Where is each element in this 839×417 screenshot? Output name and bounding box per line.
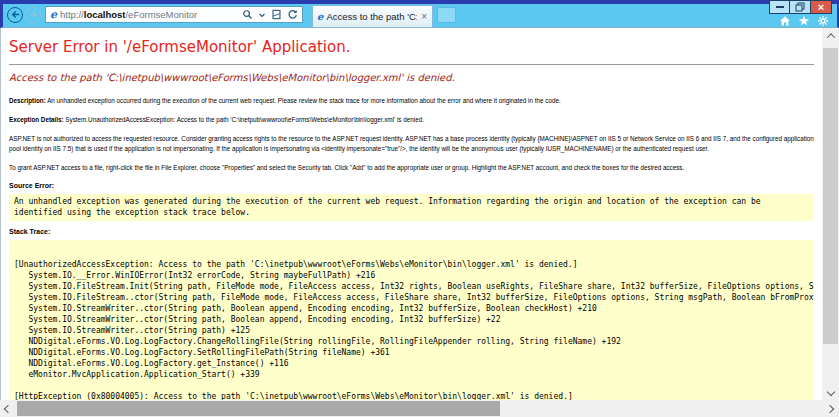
restore-icon: [795, 0, 805, 16]
browser-toolbar: [779, 15, 829, 27]
scroll-right-arrow[interactable]: [822, 400, 838, 417]
minimize-button[interactable]: [769, 0, 790, 14]
page-title: Server Error in '/eFormseMonitor' Applic…: [9, 38, 814, 56]
settings-gear-icon[interactable]: [817, 15, 829, 27]
description-label: Description:: [9, 97, 46, 104]
browser-chrome: e http://localhost/eFormseMonitor e Acce…: [0, 0, 839, 28]
close-icon: ×: [818, 2, 824, 13]
scroll-up-arrow[interactable]: [822, 28, 839, 44]
forward-arrow-icon: [28, 6, 39, 24]
compatibility-view-icon[interactable]: [271, 9, 282, 20]
restore-button[interactable]: [790, 0, 811, 14]
scroll-left-arrow[interactable]: [0, 400, 16, 417]
chevron-right-icon: [826, 404, 834, 412]
window-frame-strip: [3, 0, 837, 4]
error-page: Server Error in '/eFormseMonitor' Applic…: [1, 28, 822, 400]
back-arrow-icon: [10, 6, 21, 24]
aspnet-identity-paragraph: ASP.NET is not authorized to access the …: [9, 134, 814, 154]
back-button[interactable]: [7, 7, 23, 23]
minimize-icon: [776, 6, 784, 8]
exception-details-paragraph: Exception Details: System.UnauthorizedAc…: [9, 115, 814, 125]
forward-button[interactable]: [25, 7, 41, 23]
favorites-star-icon[interactable]: [798, 15, 810, 27]
stack-trace-text: [UnauthorizedAccessException: Access to …: [14, 248, 809, 400]
new-tab-button[interactable]: [437, 7, 456, 23]
browser-tab-active[interactable]: e Access to the path 'C:\inetp... ×: [312, 5, 433, 28]
tab-favicon: e: [317, 12, 323, 22]
horizontal-scroll-thumb[interactable]: [17, 401, 500, 416]
site-favicon: e: [50, 9, 57, 20]
horizontal-scrollbar[interactable]: [0, 400, 839, 417]
source-error-label: Source Error:: [9, 182, 814, 189]
stack-trace-box: [UnauthorizedAccessException: Access to …: [9, 240, 814, 400]
scroll-down-arrow[interactable]: [822, 384, 839, 400]
url-text: http://localhost/eFormseMonitor: [60, 9, 239, 20]
vertical-scroll-thumb[interactable]: [823, 48, 838, 344]
description-paragraph: Description: An unhandled exception occu…: [9, 96, 814, 106]
home-icon[interactable]: [779, 15, 791, 27]
chevron-up-icon: [826, 33, 834, 41]
close-button[interactable]: ×: [811, 0, 832, 14]
stack-trace-label: Stack Trace:: [9, 228, 814, 235]
source-error-box: An unhandled exception was generated dur…: [9, 194, 814, 221]
tab-title: Access to the path 'C:\inetp...: [326, 11, 417, 22]
refresh-icon[interactable]: [287, 9, 298, 20]
chevron-down-icon: [826, 388, 834, 396]
divider: [9, 64, 814, 65]
exception-details-label: Exception Details:: [9, 116, 64, 123]
window-controls: ×: [769, 0, 832, 14]
vertical-scrollbar[interactable]: [822, 28, 839, 400]
chevron-left-icon: [4, 404, 12, 412]
autocomplete-caret-icon[interactable]: [258, 11, 266, 19]
error-subtitle: Access to the path 'C:\inetpub\wwwroot\e…: [9, 72, 814, 83]
tab-close-icon[interactable]: ×: [420, 12, 428, 22]
grant-access-paragraph: To grant ASP.NET access to a file, right…: [9, 163, 814, 173]
search-icon[interactable]: [242, 9, 253, 20]
address-bar[interactable]: e http://localhost/eFormseMonitor: [45, 6, 303, 23]
